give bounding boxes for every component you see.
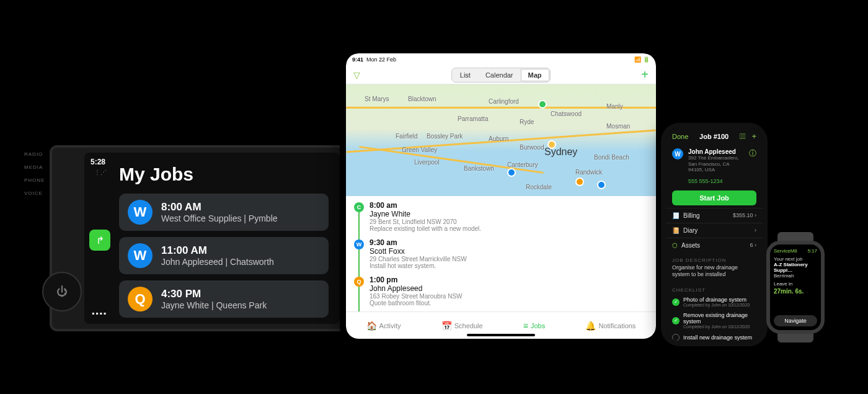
job-time: 9:30 am bbox=[370, 238, 649, 247]
carplay-job-row[interactable]: W 11:00 AM John Appleseed | Chatsworth bbox=[119, 237, 329, 274]
job-client: John Appleseed bbox=[370, 284, 649, 293]
watch-job-name: A-Z Stationery Suppl… bbox=[774, 262, 817, 273]
map-label: Bankstown bbox=[464, 165, 494, 172]
client-phone[interactable]: 555 555-1234 bbox=[666, 177, 763, 188]
job-title: Job #100 bbox=[699, 133, 728, 140]
navigate-button[interactable]: Navigate bbox=[774, 315, 817, 326]
filter-icon[interactable]: ▽ bbox=[353, 70, 360, 80]
map-pin[interactable] bbox=[538, 100, 547, 109]
watch-next-label: Your next job bbox=[774, 256, 817, 262]
carplay-job-row[interactable]: W 8:00 AM West Office Supplies | Pymble bbox=[119, 194, 329, 231]
ipad-device: 9:41 Mon 22 Feb 📶 🔋 ▽ List Calendar Map … bbox=[340, 47, 662, 345]
job-address: 163 Robey Street Maroubra NSW bbox=[370, 293, 649, 300]
carplay-job-row[interactable]: Q 4:30 PM Jayne White | Queens Park bbox=[119, 280, 329, 318]
unchecked-icon bbox=[672, 334, 680, 341]
add-button[interactable]: + bbox=[641, 68, 649, 82]
job-time: 11:00 AM bbox=[161, 244, 274, 257]
status-badge: W bbox=[354, 240, 364, 249]
ipad-status-icons: 📶 🔋 bbox=[634, 56, 650, 63]
timeline-item[interactable]: C 8:00 am Jayne White 29 Bent St, Lindfi… bbox=[370, 201, 649, 232]
segment-map[interactable]: Map bbox=[521, 69, 549, 81]
row-billing[interactable]: 🧾Billing$355.10 › bbox=[666, 208, 763, 223]
map-label: Manly bbox=[606, 103, 623, 110]
carplay-home-icon[interactable]: ▪▪▪▪ bbox=[92, 309, 107, 318]
assets-icon: ⬡ bbox=[672, 242, 678, 249]
tab-activity[interactable]: 🏠Activity bbox=[366, 321, 401, 331]
map-pin[interactable] bbox=[507, 168, 516, 177]
job-client: Scott Foxx bbox=[370, 247, 649, 256]
list-icon: ≡ bbox=[523, 321, 528, 331]
camera-icon[interactable]: ◯⃝ bbox=[740, 132, 746, 141]
done-button[interactable]: Done bbox=[672, 133, 688, 140]
job-time: 1:00 pm bbox=[370, 275, 649, 284]
carplay-btn-voice[interactable]: VOICE bbox=[24, 190, 45, 196]
checklist-item[interactable]: ✓Remove existing drainage systemComplete… bbox=[666, 310, 763, 331]
watch-suburb: Berrimah bbox=[774, 273, 817, 279]
map-label: St Marys bbox=[365, 96, 389, 102]
map-label: Bondi Beach bbox=[594, 154, 629, 161]
carplay-btn-radio[interactable]: RADIO bbox=[24, 151, 45, 157]
map-label: Auburn bbox=[489, 135, 508, 142]
job-status-badge: Q bbox=[128, 287, 153, 311]
job-time: 8:00 am bbox=[370, 201, 649, 210]
home-indicator[interactable] bbox=[467, 334, 535, 336]
carplay-wifi-icon: ⋮⋰ bbox=[94, 169, 107, 176]
map-label: Rockdale bbox=[526, 184, 552, 190]
job-timeline: C 8:00 am Jayne White 29 Bent St, Lindfi… bbox=[346, 196, 656, 311]
map-view[interactable]: Sydney St Marys Blacktown Carlingford Ma… bbox=[346, 84, 656, 196]
job-address: 29 Bent St, Lindfield NSW 2070 bbox=[370, 218, 649, 225]
carplay-side-buttons: RADIO MEDIA PHONE VOICE bbox=[24, 151, 45, 196]
row-diary[interactable]: 📔Diary› bbox=[666, 223, 763, 238]
map-pin[interactable] bbox=[575, 177, 584, 186]
job-time: 4:30 PM bbox=[161, 288, 267, 300]
map-pin[interactable] bbox=[597, 181, 606, 189]
job-description-text: Organise for new drainage system to be i… bbox=[666, 264, 763, 282]
carplay-btn-phone[interactable]: PHONE bbox=[24, 177, 45, 183]
carplay-unit: RADIO MEDIA PHONE VOICE ⏻ 5:28 ⋮⋰ ↱ ▪▪▪▪… bbox=[50, 145, 347, 331]
map-label: Ryde bbox=[520, 119, 534, 125]
row-assets[interactable]: ⬡Assets6 › bbox=[666, 238, 763, 253]
carplay-btn-media[interactable]: MEDIA bbox=[24, 164, 45, 170]
map-label: Randwick bbox=[575, 169, 602, 176]
checklist-item[interactable]: Install new drainage system bbox=[666, 331, 763, 344]
carplay-time: 5:28 bbox=[91, 158, 105, 166]
view-segmented-control[interactable]: List Calendar Map bbox=[451, 68, 551, 83]
segment-list[interactable]: List bbox=[453, 69, 478, 81]
job-status-badge: W bbox=[128, 200, 153, 225]
client-avatar: W bbox=[672, 148, 683, 159]
start-job-button[interactable]: Start Job bbox=[672, 190, 756, 205]
info-icon[interactable]: ⓘ bbox=[749, 148, 756, 173]
check-icon: ✓ bbox=[672, 298, 680, 306]
map-label: Mosman bbox=[606, 123, 630, 130]
job-subtitle: West Office Supplies | Pymble bbox=[161, 213, 278, 223]
client-address: 392 The Embarcadero, San Francisco, CA 9… bbox=[688, 155, 744, 173]
status-badge: Q bbox=[354, 277, 364, 287]
carplay-screen: 5:28 ⋮⋰ ↱ ▪▪▪▪ My Jobs W 8:00 AM West Of… bbox=[84, 153, 340, 324]
segment-calendar[interactable]: Calendar bbox=[478, 69, 521, 81]
tab-jobs[interactable]: ≡Jobs bbox=[523, 321, 545, 331]
job-client: Jayne White bbox=[370, 210, 649, 218]
watch-device: ServiceM85:17 Your next job A-Z Statione… bbox=[766, 241, 825, 334]
map-label: Green Valley bbox=[402, 146, 437, 153]
bell-icon: 🔔 bbox=[585, 321, 596, 331]
section-checklist: CHECKLIST bbox=[666, 282, 763, 294]
tab-schedule[interactable]: 📅Schedule bbox=[441, 321, 483, 331]
ipad-statusbar: 9:41 Mon 22 Feb 📶 🔋 bbox=[346, 53, 656, 66]
timeline-item[interactable]: W 9:30 am Scott Foxx 29 Charles Street M… bbox=[370, 238, 649, 269]
map-label: Parramatta bbox=[458, 115, 488, 122]
add-icon[interactable]: + bbox=[751, 132, 756, 141]
tab-notifications[interactable]: 🔔Notifications bbox=[585, 321, 636, 331]
checklist-item[interactable]: ✓Photo of drainage systemCompleted by Jo… bbox=[666, 294, 763, 310]
map-label: Fairfield bbox=[396, 133, 418, 140]
carplay-app-icon[interactable]: ↱ bbox=[89, 230, 110, 251]
job-subtitle: John Appleseed | Chatsworth bbox=[161, 257, 274, 267]
status-badge: C bbox=[354, 202, 364, 212]
job-subtitle: Jayne White | Queens Park bbox=[161, 300, 267, 310]
client-row[interactable]: W John Appleseed 392 The Embarcadero, Sa… bbox=[666, 145, 763, 177]
map-star-icon bbox=[547, 140, 556, 149]
map-label: Blacktown bbox=[408, 96, 436, 102]
power-knob[interactable]: ⏻ bbox=[42, 272, 82, 311]
calendar-icon: 📅 bbox=[441, 321, 452, 331]
timeline-item[interactable]: Q 1:00 pm John Appleseed 163 Robey Stree… bbox=[370, 275, 649, 307]
job-description: Replace existing toilet with a new model… bbox=[370, 225, 649, 232]
